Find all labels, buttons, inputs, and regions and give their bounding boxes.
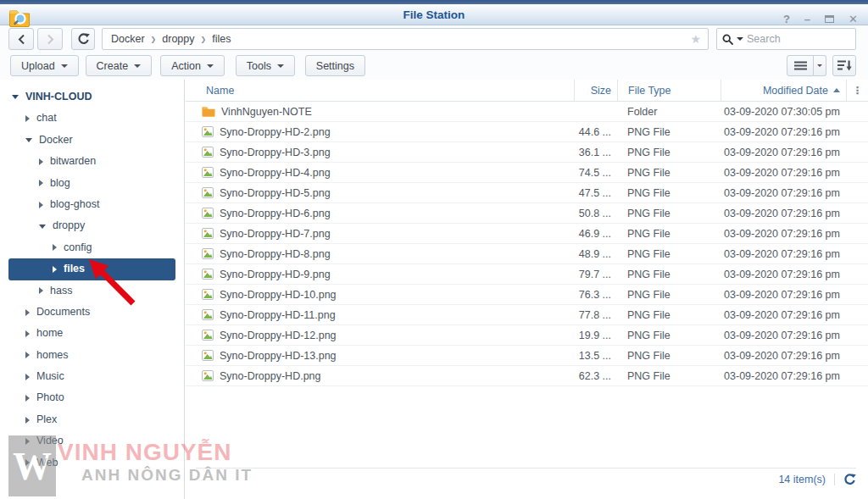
file-modified-date: 03-09-2020 07:29:16 pm	[721, 142, 846, 162]
chevron-right-icon[interactable]	[25, 352, 30, 358]
sidebar-item-droppy[interactable]: droppy	[8, 215, 175, 236]
search-box	[716, 28, 856, 50]
sidebar-item-web[interactable]: Web	[8, 452, 175, 474]
tools-button[interactable]: Tools	[236, 55, 295, 76]
file-size: 76.3 ...	[574, 285, 617, 304]
sidebar-item-bitwarden[interactable]: bitwarden	[8, 151, 175, 172]
chevron-right-icon[interactable]	[39, 287, 43, 294]
action-button-label: Action	[171, 60, 201, 72]
file-size	[574, 102, 617, 121]
column-header-modified-date[interactable]: Modified Date	[721, 80, 846, 101]
breadcrumb-item-droppy[interactable]: droppy	[162, 33, 194, 45]
sidebar-item-blog-ghost[interactable]: blog-ghost	[8, 194, 175, 215]
file-modified-date: 03-09-2020 07:29:16 pm	[721, 325, 846, 345]
tools-button-label: Tools	[247, 60, 271, 72]
table-row[interactable]: Syno-Droppy-HD-11.png77.8 ...PNG File03-…	[186, 305, 868, 325]
chevron-down-icon[interactable]	[12, 95, 19, 99]
sidebar-item-documents[interactable]: Documents	[8, 302, 175, 323]
table-row[interactable]: Syno-Droppy-HD-13.png13.5 ...PNG File03-…	[186, 346, 868, 366]
search-scope-caret-icon[interactable]	[737, 37, 743, 41]
file-modified-date: 03-09-2020 07:29:16 pm	[721, 203, 846, 223]
sidebar-item-photo[interactable]: Photo	[8, 387, 175, 408]
column-menu-icon[interactable]: ⋮	[846, 80, 868, 101]
sidebar-item-label: chat	[36, 108, 57, 129]
chevron-right-icon[interactable]	[25, 438, 30, 445]
action-button[interactable]: Action	[160, 55, 225, 76]
file-type: PNG File	[617, 183, 721, 202]
chevron-down-icon[interactable]	[25, 138, 32, 142]
view-mode-button[interactable]	[787, 55, 826, 76]
view-mode-caret-icon[interactable]	[814, 55, 826, 76]
chevron-right-icon[interactable]	[53, 266, 57, 273]
status-refresh-icon[interactable]	[843, 474, 856, 486]
table-row[interactable]: VinhNguyen-NOTEFolder03-09-2020 07:30:05…	[186, 102, 868, 122]
sidebar-item-files[interactable]: files	[8, 258, 175, 280]
image-file-icon	[202, 248, 214, 259]
forward-button[interactable]	[37, 28, 63, 50]
refresh-button[interactable]	[71, 28, 95, 50]
table-row[interactable]: Syno-Droppy-HD-6.png50.8 ...PNG File03-0…	[186, 203, 868, 224]
close-icon[interactable]: ✕	[849, 14, 858, 25]
breadcrumb-item-files[interactable]: files	[212, 33, 231, 45]
sidebar-item-vinh-cloud[interactable]: VINH-CLOUD	[8, 86, 175, 108]
table-row[interactable]: Syno-Droppy-HD-8.png48.9 ...PNG File03-0…	[186, 244, 868, 264]
chevron-right-icon[interactable]	[25, 395, 30, 402]
sidebar-item-homes[interactable]: homes	[8, 345, 175, 366]
sidebar-item-music[interactable]: Music	[8, 366, 175, 387]
file-modified-date: 03-09-2020 07:30:05 pm	[721, 102, 846, 121]
chevron-down-icon[interactable]	[39, 225, 46, 229]
sidebar-item-hass[interactable]: hass	[8, 280, 175, 302]
sidebar-item-chat[interactable]: chat	[8, 108, 175, 129]
image-file-icon	[202, 309, 214, 320]
table-row[interactable]: Syno-Droppy-HD-10.png76.3 ...PNG File03-…	[186, 285, 868, 305]
table-row[interactable]: Syno-Droppy-HD-7.png46.9 ...PNG File03-0…	[186, 224, 868, 244]
breadcrumb-item-docker[interactable]: Docker	[111, 33, 145, 45]
chevron-right-icon[interactable]	[39, 202, 43, 208]
chevron-right-icon[interactable]	[25, 330, 30, 337]
file-name: Syno-Droppy-HD-2.png	[220, 126, 331, 138]
create-button[interactable]: Create	[86, 55, 153, 76]
settings-button[interactable]: Settings	[305, 55, 365, 76]
sidebar-item-blog[interactable]: blog	[8, 173, 175, 194]
chevron-right-icon[interactable]	[25, 309, 30, 316]
file-station-app-icon[interactable]	[8, 7, 31, 27]
sidebar-item-plex[interactable]: Plex	[8, 409, 175, 430]
chevron-right-icon[interactable]	[25, 417, 30, 424]
upload-button[interactable]: Upload	[10, 55, 79, 76]
sidebar-item-video[interactable]: Video	[8, 430, 175, 452]
chevron-right-icon[interactable]	[25, 115, 30, 122]
table-row[interactable]: Syno-Droppy-HD-4.png74.5 ...PNG File03-0…	[186, 163, 868, 183]
sidebar-item-label: Music	[36, 366, 64, 387]
chevron-right-icon[interactable]	[53, 244, 57, 251]
row-menu-spacer	[846, 224, 868, 243]
list-view-icon[interactable]	[787, 55, 814, 76]
sidebar-item-docker[interactable]: Docker	[8, 130, 175, 151]
chevron-right-icon[interactable]	[25, 459, 30, 466]
file-list-panel: Name Size File Type Modified Date ⋮ Vinh…	[186, 80, 868, 499]
search-input[interactable]	[747, 33, 850, 45]
chevron-right-icon[interactable]	[39, 158, 43, 165]
sidebar-item-home[interactable]: home	[8, 323, 175, 344]
table-row[interactable]: Syno-Droppy-HD-2.png44.6 ...PNG File03-0…	[186, 122, 868, 142]
file-name: Syno-Droppy-HD-7.png	[220, 228, 331, 240]
file-size: 79.7 ...	[574, 264, 617, 284]
sidebar-item-config[interactable]: config	[8, 237, 175, 258]
minimize-icon[interactable]: –	[804, 14, 810, 25]
column-header-name[interactable]: Name	[186, 80, 574, 101]
file-type: PNG File	[617, 142, 721, 162]
column-header-file-type[interactable]: File Type	[617, 80, 721, 101]
favorite-star-icon[interactable]: ★	[690, 32, 701, 46]
help-icon[interactable]: ?	[783, 14, 790, 25]
table-row[interactable]: Syno-Droppy-HD-9.png79.7 ...PNG File03-0…	[186, 264, 868, 285]
maximize-icon[interactable]	[825, 15, 834, 23]
table-row[interactable]: Syno-Droppy-HD.png62.3 ...PNG File03-09-…	[186, 366, 868, 386]
back-button[interactable]	[8, 28, 34, 50]
chevron-right-icon[interactable]	[25, 374, 30, 380]
sort-button[interactable]	[832, 55, 856, 76]
table-row[interactable]: Syno-Droppy-HD-12.png19.9 ...PNG File03-…	[186, 325, 868, 346]
image-file-icon	[202, 208, 214, 219]
table-row[interactable]: Syno-Droppy-HD-3.png36.1 ...PNG File03-0…	[186, 142, 868, 163]
chevron-right-icon[interactable]	[39, 180, 43, 186]
column-header-size[interactable]: Size	[574, 80, 617, 101]
table-row[interactable]: Syno-Droppy-HD-5.png47.5 ...PNG File03-0…	[186, 183, 868, 203]
